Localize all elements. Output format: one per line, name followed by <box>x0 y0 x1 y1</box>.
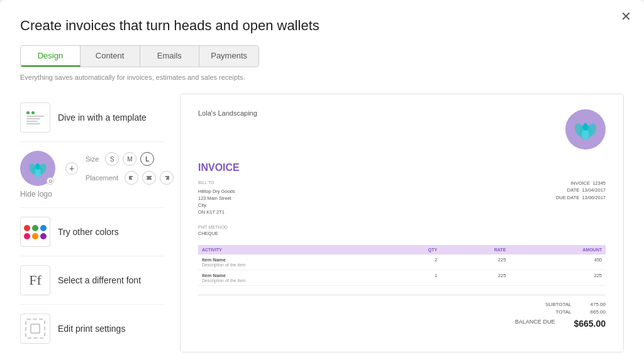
item-1-rate: 225 <box>441 254 509 270</box>
logo-size-row: Size S M L <box>86 152 174 166</box>
pmt-method-label: PMT METHOD <box>198 225 606 229</box>
svg-point-19 <box>583 123 588 131</box>
size-l-button[interactable]: L <box>140 152 154 166</box>
logo-section: ⊙ + Size S M L Placement <box>20 142 165 208</box>
tab-emails[interactable]: Emails <box>140 46 200 67</box>
tab-payments[interactable]: Payments <box>199 46 258 67</box>
logo-options: Size S M L Placement <box>86 152 174 185</box>
date-label: DATE <box>567 187 579 193</box>
invoice-table-body: Item Name Description of the item 2 225 … <box>198 254 606 286</box>
svg-point-4 <box>36 163 40 170</box>
left-panel: Dive in with a template ⊙ <box>20 94 165 352</box>
subtotal-row: SUBTOTAL 475.00 <box>198 302 606 307</box>
svg-rect-14 <box>31 324 40 333</box>
template-icon <box>20 102 50 133</box>
logo-add-icon[interactable]: + <box>65 162 78 175</box>
close-button[interactable]: ✕ <box>621 10 631 23</box>
due-date-value: 13/06/2017 <box>582 195 606 200</box>
tab-bar: Design Content Emails Payments <box>20 45 259 67</box>
template-section[interactable]: Dive in with a template <box>20 94 165 142</box>
invoice-pmt: PMT METHOD CHEQUE <box>198 225 606 236</box>
item-2-qty: 1 <box>382 270 441 285</box>
colors-label: Try other colors <box>58 227 119 237</box>
invoice-title: INVOICE <box>198 162 606 173</box>
invoice-table-head: ACTIVITY QTY RATE AMOUNT <box>198 245 606 254</box>
invoice-header: Lola's Landscaping <box>198 109 606 150</box>
total-row: TOTAL 665.00 <box>198 309 606 315</box>
color-dot-6 <box>40 233 47 239</box>
item-2-amount: 225 <box>509 270 606 285</box>
bill-to-value: Hilltop Dry Goods 123 Main Street City O… <box>198 188 235 216</box>
logo-edit-icon: ⊙ <box>47 177 54 185</box>
modal-title: Create invoices that turn heads and open… <box>20 18 624 34</box>
item-1-amount: 450 <box>509 254 606 270</box>
font-ff-icon: Ff <box>26 270 44 291</box>
size-m-button[interactable]: M <box>123 152 136 166</box>
placement-left-button[interactable] <box>125 171 138 185</box>
bill-to-label: BILL TO <box>198 180 235 187</box>
auto-save-note: Everything saves automatically for invoi… <box>20 74 624 81</box>
placement-right-button[interactable] <box>160 171 174 185</box>
total-value: 665.00 <box>591 309 606 315</box>
tab-content[interactable]: Content <box>80 46 140 67</box>
invoice-date-row: DATE 13/04/2017 <box>556 187 606 194</box>
item-2-rate: 225 <box>441 270 509 285</box>
modal-container: ✕ Create invoices that turn heads and op… <box>0 0 644 355</box>
color-dot-3 <box>40 225 47 231</box>
colors-dot-grid <box>24 225 47 239</box>
size-label: Size <box>86 155 99 163</box>
subtotal-value: 475.00 <box>591 302 606 307</box>
col-amount: AMOUNT <box>509 245 606 254</box>
color-dot-4 <box>24 233 30 239</box>
content-layout: Dive in with a template ⊙ <box>20 94 624 352</box>
colors-section[interactable]: Try other colors <box>20 208 165 256</box>
invoice-bill-right: INVOICE 12345 DATE 13/04/2017 DUE DATE 1… <box>556 180 606 216</box>
colors-icon <box>20 217 50 247</box>
template-label: Dive in with a template <box>58 112 147 123</box>
item-1-activity: Item Name Description of the item <box>198 254 382 270</box>
due-date-label: DUE DATE <box>556 195 579 200</box>
col-activity: ACTIVITY <box>198 245 382 254</box>
logo-add-btn[interactable]: + <box>65 162 78 175</box>
subtotal-label: SUBTOTAL <box>545 302 572 307</box>
pmt-method-value: CHEQUE <box>198 231 606 236</box>
placement-label: Placement <box>86 174 118 182</box>
font-icon: Ff <box>20 265 50 295</box>
balance-due-label: BALANCE DUE <box>515 319 555 329</box>
hide-logo-link[interactable]: Hide logo <box>20 190 165 199</box>
table-row: Item Name Description of the item 1 225 … <box>198 270 606 285</box>
size-s-button[interactable]: S <box>105 152 119 166</box>
table-row: Item Name Description of the item 2 225 … <box>198 254 606 270</box>
font-section[interactable]: Ff Select a different font <box>20 256 165 305</box>
template-icon-inner <box>23 107 48 128</box>
invoice-totals: SUBTOTAL 475.00 TOTAL 665.00 BALANCE DUE… <box>198 302 606 329</box>
col-rate: RATE <box>441 245 509 254</box>
invoice-logo <box>565 109 606 150</box>
color-dot-5 <box>32 233 38 239</box>
font-label: Select a different font <box>58 275 141 285</box>
invoice-lotus-icon <box>571 115 600 144</box>
print-label: Edit print settings <box>58 324 125 334</box>
placement-row: Placement <box>86 171 174 185</box>
invoice-num-row: INVOICE 12345 <box>556 180 606 187</box>
invoice-company-name: Lola's Landscaping <box>198 109 257 117</box>
color-dot-1 <box>24 225 30 231</box>
item-1-qty: 2 <box>382 254 441 270</box>
logo-circle[interactable]: ⊙ <box>20 151 55 186</box>
invoice-preview-panel: Lola's Landscaping INVOICE <box>180 94 624 352</box>
invoice-bill-left: BILL TO Hilltop Dry Goods 123 Main Stree… <box>198 180 235 216</box>
balance-due-amount: $665.00 <box>574 319 606 329</box>
item-2-activity: Item Name Description of the item <box>198 270 382 285</box>
date-value: 13/04/2017 <box>582 187 606 193</box>
svg-point-18 <box>582 129 589 139</box>
invoice-table: ACTIVITY QTY RATE AMOUNT Item Name Descr… <box>198 245 606 286</box>
print-section[interactable]: Edit print settings <box>20 305 165 352</box>
invoice-num-value: 12345 <box>592 180 606 186</box>
balance-row: BALANCE DUE $665.00 <box>198 319 606 329</box>
invoice-due-row: DUE DATE 13/06/2017 <box>556 194 606 201</box>
placement-center-button[interactable] <box>142 171 156 185</box>
tab-design[interactable]: Design <box>21 46 80 67</box>
invoice-preview: Lola's Landscaping INVOICE <box>180 94 623 352</box>
col-qty: QTY <box>382 245 441 254</box>
invoice-bill-section: BILL TO Hilltop Dry Goods 123 Main Stree… <box>198 180 606 216</box>
